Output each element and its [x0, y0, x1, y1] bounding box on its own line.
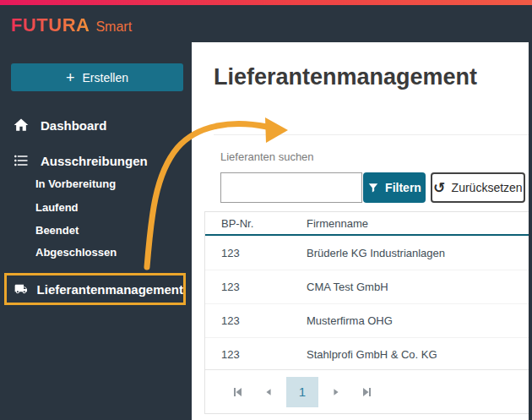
sidebar-subitem-in-vorbereitung[interactable]: In Vorbereitung — [35, 177, 116, 190]
truck-icon — [14, 280, 28, 298]
table-row[interactable]: 123 Brüderle KG Industrianlagen — [205, 236, 529, 270]
home-icon — [13, 117, 30, 134]
last-page-button[interactable] — [357, 382, 377, 402]
sidebar-item-label: Dashboard — [41, 118, 106, 133]
first-page-button[interactable] — [227, 382, 247, 402]
cell-firmenname: Brüderle KG Industrianlagen — [307, 247, 529, 259]
sidebar-item-lieferantenmanagement[interactable]: Lieferantenmanagement — [4, 273, 186, 305]
reset-icon: ↺ — [433, 181, 445, 195]
main-content: Lieferantenmanagement Lieferanten suchen… — [192, 42, 529, 420]
cell-firmenname: CMA Test GmbH — [307, 281, 529, 293]
create-button[interactable]: + Erstellen — [11, 63, 183, 91]
sidebar-item-dashboard[interactable]: Dashboard — [13, 117, 106, 134]
filter-button[interactable]: Filtern — [363, 172, 426, 203]
cell-bp-nr: 123 — [221, 314, 307, 327]
previous-page-icon — [263, 387, 274, 397]
cell-bp-nr: 123 — [221, 247, 307, 259]
sidebar-item-label: Ausschreibungen — [41, 154, 148, 168]
reset-button[interactable]: ↺ Zurücksetzen — [431, 172, 525, 203]
brand-name: FUTURA — [11, 14, 90, 35]
sidebar-subitem-abgeschlossen[interactable]: Abgeschlossen — [35, 246, 117, 259]
cell-firmenname: Stahlprofi GmbH & Co. KG — [307, 348, 529, 361]
table-header-row: BP-Nr. Firmenname — [205, 212, 529, 236]
title-divider — [214, 134, 529, 135]
column-header-bp-nr: BP-Nr. — [221, 217, 307, 230]
create-button-label: Erstellen — [83, 71, 128, 85]
search-input[interactable] — [220, 172, 362, 203]
column-header-firmenname: Firmenname — [307, 217, 529, 230]
pagination-bar: 1 — [205, 369, 529, 413]
sidebar-subitem-beendet[interactable]: Beendet — [35, 224, 79, 237]
plus-icon: + — [66, 70, 75, 85]
brand-logo: FUTURASmart — [11, 14, 132, 36]
sidebar-item-ausschreibungen[interactable]: Ausschreibungen — [13, 152, 148, 169]
sidebar-subitem-laufend[interactable]: Laufend — [35, 201, 79, 214]
cell-bp-nr: 123 — [221, 281, 307, 293]
cell-bp-nr: 123 — [221, 348, 307, 361]
reset-button-label: Zurücksetzen — [452, 181, 523, 194]
top-accent-bar — [0, 0, 532, 5]
sidebar-item-label: Lieferantenmanagement — [37, 282, 183, 297]
next-page-button[interactable] — [326, 382, 346, 402]
search-label: Lieferanten suchen — [220, 150, 314, 163]
table-row[interactable]: 123 CMA Test GmbH — [205, 270, 529, 303]
page-title: Lieferantenmanagement — [214, 64, 477, 90]
first-page-icon — [231, 386, 243, 398]
next-page-icon — [331, 387, 341, 397]
table-row[interactable]: 123 Stahlprofi GmbH & Co. KG — [205, 337, 529, 371]
last-page-icon — [361, 386, 373, 398]
cell-firmenname: Musterfirma OHG — [307, 314, 529, 327]
table-row[interactable]: 123 Musterfirma OHG — [205, 303, 529, 337]
current-page-indicator[interactable]: 1 — [286, 377, 318, 407]
list-icon — [13, 152, 30, 169]
previous-page-button[interactable] — [258, 382, 279, 402]
app-window: FUTURASmart + Erstellen Dashboard Aussch… — [0, 0, 532, 420]
filter-button-label: Filtern — [385, 181, 421, 194]
supplier-table: BP-Nr. Firmenname 123 Brüderle KG Indust… — [204, 211, 529, 414]
filter-icon — [367, 182, 379, 194]
brand-suffix: Smart — [95, 19, 132, 34]
